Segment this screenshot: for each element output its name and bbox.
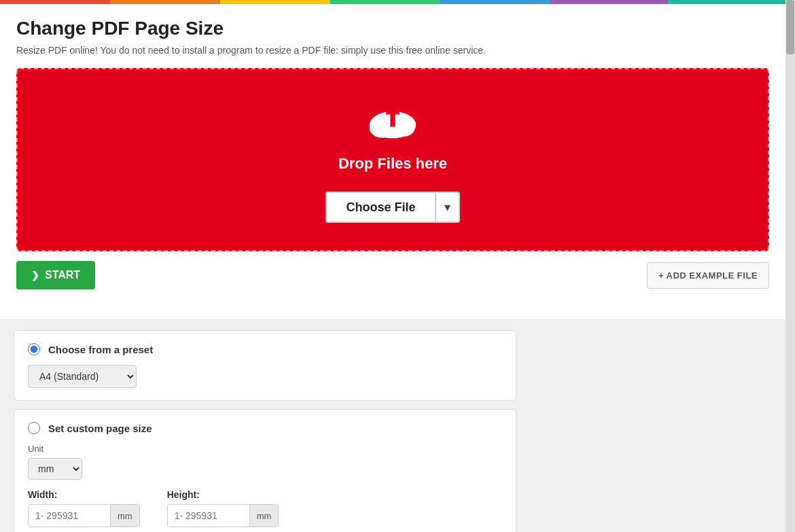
preset-option-card: Choose from a preset A4 (Standard) A3 A5… xyxy=(14,330,516,401)
page-title: Change PDF Page Size xyxy=(16,18,769,39)
size-fields: Width: mm Height: mm xyxy=(28,489,502,527)
drop-zone[interactable]: Drop Files here Choose File ▾ xyxy=(16,68,769,251)
custom-option-card: Set custom page size Unit mm cm in px Wi… xyxy=(14,409,516,532)
height-input-wrap: mm xyxy=(167,504,279,527)
height-unit-badge: mm xyxy=(249,505,279,527)
start-chevron-icon: ❯ xyxy=(31,270,39,281)
width-unit-badge: mm xyxy=(110,505,139,527)
preset-label: Choose from a preset xyxy=(48,344,153,355)
unit-field-label: Unit xyxy=(28,444,502,454)
width-field: Width: mm xyxy=(28,489,140,527)
unit-select[interactable]: mm cm in px xyxy=(28,458,82,480)
drop-text: Drop Files here xyxy=(338,155,447,173)
width-input[interactable] xyxy=(29,505,110,527)
scrollbar-thumb[interactable] xyxy=(786,0,794,54)
custom-label: Set custom page size xyxy=(48,423,152,434)
choose-file-dropdown-button[interactable]: ▾ xyxy=(435,193,459,221)
start-label: START xyxy=(45,269,80,281)
preset-radio[interactable] xyxy=(28,343,40,355)
options-section: Choose from a preset A4 (Standard) A3 A5… xyxy=(0,319,785,532)
start-button[interactable]: ❯ START xyxy=(16,261,95,289)
scrollbar[interactable] xyxy=(785,0,795,532)
custom-radio[interactable] xyxy=(28,422,40,434)
upload-cloud-icon xyxy=(362,96,423,147)
choose-file-wrapper[interactable]: Choose File ▾ xyxy=(325,192,459,223)
height-label: Height: xyxy=(167,489,279,500)
choose-file-button[interactable]: Choose File xyxy=(327,193,434,221)
preset-select[interactable]: A4 (Standard) A3 A5 Letter Legal xyxy=(28,365,137,388)
width-label: Width: xyxy=(28,489,140,500)
page-subtitle: Resize PDF online! You do not need to in… xyxy=(16,45,769,56)
custom-size-section: Unit mm cm in px Width: mm xyxy=(28,444,502,527)
action-bar: ❯ START + ADD EXAMPLE FILE xyxy=(16,261,769,289)
height-field: Height: mm xyxy=(167,489,279,527)
height-input[interactable] xyxy=(168,505,249,527)
svg-point-2 xyxy=(393,120,414,137)
width-input-wrap: mm xyxy=(28,504,140,527)
add-example-button[interactable]: + ADD EXAMPLE FILE xyxy=(647,262,769,289)
svg-point-1 xyxy=(370,118,394,138)
